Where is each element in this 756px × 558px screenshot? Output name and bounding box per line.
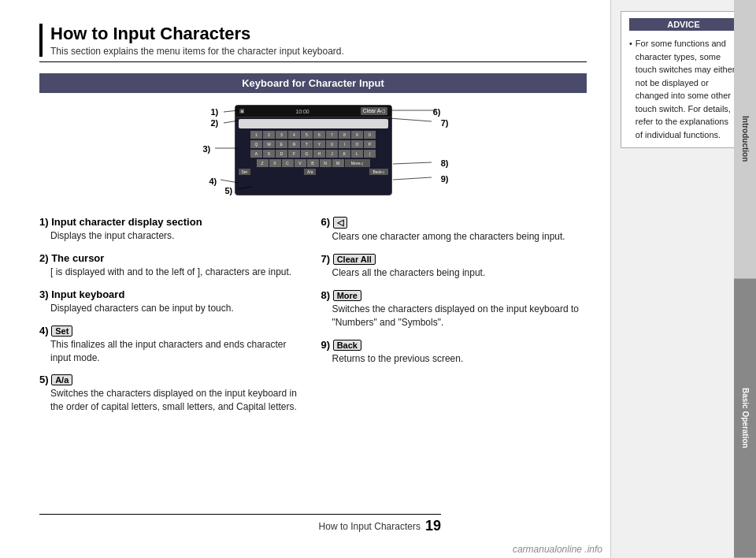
kb-back-btn[interactable]: Back◁ <box>369 169 387 175</box>
desc-num-5: 5) <box>39 374 51 385</box>
keyboard-mock: ▣ 10:00 Clear A◁ 1 2 3 4 5 <box>235 105 392 195</box>
desc-text-8: Switches the characters displayed on the… <box>321 303 587 329</box>
page-number: 19 <box>425 518 441 534</box>
svg-line-8 <box>393 177 432 180</box>
desc-item-3: 3) Input keyboard Displayed characters c… <box>39 288 306 315</box>
desc-item-9: 9) Back Returns to the previous screen. <box>321 339 587 366</box>
callout-6: 6) <box>433 107 441 117</box>
right-sidebar: ADVICE • For some functions and characte… <box>610 0 756 558</box>
callout-4: 4) <box>209 177 217 186</box>
advice-header: ADVICE <box>629 18 738 31</box>
desc-text-7: Clears all the characters being input. <box>321 266 587 280</box>
desc-num-9: 9) <box>321 339 333 351</box>
desc-text-3: Displayed characters can be input by tou… <box>39 302 306 315</box>
callout-7: 7) <box>441 118 449 128</box>
desc-col-right: 6) ◁ Clears one character among the char… <box>321 216 587 423</box>
keyboard-section: Keyboard for Character Input 1) 2) 3) 4)… <box>39 73 587 203</box>
kb-time: 10:00 <box>295 109 309 114</box>
bottom-bar: How to Input Characters 19 <box>39 514 441 534</box>
title-underline <box>39 61 587 62</box>
callout-1: 1) <box>211 107 219 117</box>
desc-text-2: [ is displayed with and to the left of ]… <box>39 266 306 279</box>
desc-num-2: 2) <box>39 252 51 264</box>
desc-num-1: 1) <box>39 216 51 228</box>
page-container: How to Input Characters This section exp… <box>0 0 756 558</box>
advice-bullet: • For some functions and character types… <box>629 37 738 141</box>
set-button-label: Set <box>51 326 72 337</box>
desc-item-4: 4) Set This finalizes all the input char… <box>39 325 306 365</box>
back-button-label: Back <box>333 340 361 351</box>
desc-item-7: 7) Clear All Clears all the characters b… <box>321 253 587 280</box>
subtitle: This section explains the menu items for… <box>50 46 587 57</box>
desc-text-9: Returns to the previous screen. <box>321 352 587 366</box>
desc-item-8: 8) More Switches the characters displaye… <box>321 289 587 329</box>
kb-row1: 1 2 3 4 5 6 7 8 9 0 <box>235 130 391 140</box>
callout-5: 5) <box>225 186 233 195</box>
desc-text-6: Clears one character among the character… <box>321 230 587 244</box>
desc-col-left: 1) Input character display section Displ… <box>39 216 306 423</box>
keyboard-header: Keyboard for Character Input <box>39 73 587 93</box>
svg-line-6 <box>389 118 432 121</box>
desc-num-6: 6) <box>321 216 333 228</box>
main-title: How to Input Characters <box>50 24 587 44</box>
callout-8: 8) <box>441 158 449 168</box>
desc-item-2: 2) The cursor [ is displayed with and to… <box>39 252 306 279</box>
more-button-label: More <box>333 290 361 301</box>
desc-text-1: Displays the input characters. <box>39 229 306 243</box>
callout-2: 2) <box>211 118 219 128</box>
backspace-button-label: ◁ <box>333 217 347 229</box>
advice-text: • For some functions and character types… <box>629 37 738 141</box>
clear-all-button-label: Clear All <box>333 254 376 265</box>
desc-num-8: 8) <box>321 289 333 301</box>
watermark: carmanualonline .info <box>513 544 602 555</box>
desc-num-7: 7) <box>321 253 333 265</box>
desc-item-1: 1) Input character display section Displ… <box>39 216 306 243</box>
bottom-page-label: How to Input Characters <box>319 521 421 532</box>
kb-icon: ▣ <box>239 108 245 114</box>
kb-input-display <box>239 119 388 128</box>
diagram-wrapper: 1) 2) 3) 4) 5) 6) 7) 8) 9) ▣ 10:00 <box>39 101 587 203</box>
kb-bottom-row: Set A/a Back◁ <box>235 168 391 176</box>
kb-aa-btn[interactable]: A/a <box>304 169 317 175</box>
diagram-inner: 1) 2) 3) 4) 5) 6) 7) 8) 9) ▣ 10:00 <box>124 101 502 203</box>
aa-button-label: A/a <box>51 374 72 385</box>
main-content: How to Input Characters This section exp… <box>0 0 610 558</box>
desc-num-4: 4) <box>39 325 51 337</box>
svg-line-7 <box>393 162 432 164</box>
side-tabs: Introduction Basic Operation <box>734 0 756 558</box>
kb-row3: A S D F G H J K L ( <box>235 149 391 158</box>
desc-text-4: This finalizes all the input characters … <box>39 338 306 365</box>
desc-num-3: 3) <box>39 288 51 300</box>
desc-item-6: 6) ◁ Clears one character among the char… <box>321 216 587 244</box>
descriptions: 1) Input character display section Displ… <box>39 216 587 423</box>
advice-content: For some functions and character types, … <box>636 37 738 141</box>
kb-more-btn[interactable]: More◁ <box>345 159 370 167</box>
title-section: How to Input Characters This section exp… <box>39 24 587 57</box>
advice-box: ADVICE • For some functions and characte… <box>621 11 747 148</box>
desc-title-1: Input character display section <box>51 216 202 228</box>
kb-clear-all-btn[interactable]: Clear A◁ <box>361 107 387 115</box>
kb-row4: Z X C V B N M More◁ <box>235 158 391 168</box>
desc-title-2: The cursor <box>51 252 104 264</box>
callout-3: 3) <box>203 144 211 154</box>
advice-dot: • <box>629 37 632 141</box>
sidebar-tab-basic-operation[interactable]: Basic Operation <box>734 279 756 558</box>
kb-row2: Q W E R T Y U I O P <box>235 140 391 149</box>
desc-title-3: Input keyboard <box>51 288 124 300</box>
sidebar-tab-introduction[interactable]: Introduction <box>734 0 756 279</box>
kb-set-btn[interactable]: Set <box>239 169 251 175</box>
desc-text-5: Switches the characters displayed on the… <box>39 387 306 414</box>
callout-9: 9) <box>441 174 449 184</box>
desc-item-5: 5) A/a Switches the characters displayed… <box>39 374 306 414</box>
